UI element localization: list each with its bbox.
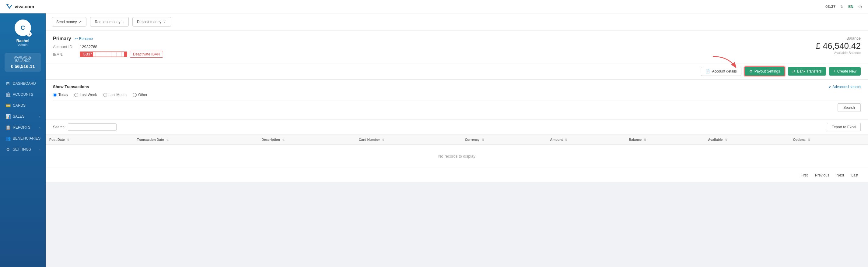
power-icon[interactable]: ⏻ [858,5,862,9]
send-money-label: Send money [56,20,77,24]
sort-icon: ⇅ [565,138,567,141]
sidebar-item-label: DASHBOARD [13,81,36,86]
cards-icon: 💳 [5,103,10,108]
sort-icon: ⇅ [382,138,384,141]
beneficiaries-icon: 👥 [5,136,10,141]
pagination-last-button[interactable]: Last [849,172,861,179]
account-details-button[interactable]: 📄 Account details [701,67,741,76]
filter-today-radio[interactable] [53,93,57,97]
table-search-input[interactable] [68,124,117,131]
sidebar-item-accounts[interactable]: 🏦 ACCOUNTS [0,89,45,100]
col-available[interactable]: Available ⇅ [705,135,789,145]
account-id-value: 12932768 [80,45,97,49]
col-description[interactable]: Description ⇅ [258,135,355,145]
col-post-date[interactable]: Post Date ⇅ [45,135,133,145]
sidebar-item-reports[interactable]: 📋 REPORTS › [0,122,45,133]
no-records-row: No records to display [45,145,868,168]
search-button[interactable]: Search [838,103,861,112]
avatar[interactable]: C ▾ [14,20,31,36]
account-title: Primary [53,36,71,42]
bank-transfers-button[interactable]: ⇄ Bank Transfers [788,67,826,76]
create-new-label: Create New [837,69,857,74]
iban-label: IBAN: [53,52,77,57]
avatar-section: C ▾ Rachel Admin [14,20,31,47]
col-currency[interactable]: Currency ⇅ [461,135,546,145]
iban-row: IBAN: GB37 ████████████ Deactivate IBAN [53,51,861,58]
request-money-button[interactable]: Request money ↓ [90,17,129,27]
filter-lastmonth-radio[interactable] [103,93,107,97]
payout-icon: ⚙ [749,69,753,74]
sort-icon: ⇅ [482,138,484,141]
deposit-money-button[interactable]: Deposit money ✓ [132,17,171,27]
rename-label: Rename [79,36,93,41]
filter-lastweek[interactable]: Last Week [74,93,97,97]
sidebar-balance: AVAILABLE BALANCE £ 56,516.11 [5,53,41,72]
sidebar-item-sales[interactable]: 📊 SALES › [0,111,45,122]
create-new-button[interactable]: + Create New [829,67,861,76]
transactions-table: Post Date ⇅ Transaction Date ⇅ Descripti… [45,135,868,168]
sidebar-item-label: SETTINGS [13,147,31,152]
send-icon: ↗ [79,20,82,24]
refresh-icon[interactable]: ↻ [840,5,843,9]
col-transaction-date[interactable]: Transaction Date ⇅ [133,135,258,145]
available-balance-value: Available Balance [816,51,861,55]
rename-button[interactable]: ✏ Rename [75,36,93,41]
filter-lastmonth[interactable]: Last Month [103,93,127,97]
filter-other-radio[interactable] [133,93,137,97]
deactivate-iban-button[interactable]: Deactivate IBAN [130,51,163,58]
search-row: Search [53,101,861,114]
pagination-previous-button[interactable]: Previous [813,172,832,179]
pagination-row: First Previous Next Last [45,168,868,182]
sort-icon: ⇅ [282,138,285,141]
sidebar-item-settings[interactable]: ⚙ SETTINGS › [0,144,45,155]
export-excel-button[interactable]: Export to Excel [827,123,861,131]
sidebar-item-label: ACCOUNTS [13,92,33,97]
send-money-button[interactable]: Send money ↗ [52,17,87,27]
topbar: viva.com 03:37 ↻ EN ⏻ [0,0,868,14]
clock-time: 03:37 [826,4,835,9]
filter-other[interactable]: Other [133,93,147,97]
table-search-label: Search: [53,125,65,129]
chevron-right-icon: › [39,126,40,129]
avatar-dropdown-icon[interactable]: ▾ [27,32,32,36]
col-balance[interactable]: Balance ⇅ [625,135,705,145]
table-section: Search: Export to Excel Post Date ⇅ Tran… [45,120,868,168]
payout-settings-button[interactable]: ⚙ Payout Settings [744,66,785,76]
language-selector[interactable]: EN [848,5,854,9]
show-transactions-label: Show Transactions [53,84,89,89]
pagination-next-button[interactable]: Next [834,172,847,179]
filter-today[interactable]: Today [53,93,68,97]
logo: viva.com [6,3,34,10]
bank-transfers-label: Bank Transfers [797,69,822,74]
pagination-first-button[interactable]: First [798,172,810,179]
sidebar-item-cards[interactable]: 💳 CARDS [0,100,45,111]
nav-menu: ⊞ DASHBOARD 🏦 ACCOUNTS 💳 CARDS 📊 SALES ›… [0,78,45,155]
topbar-right: 03:37 ↻ EN ⏻ [826,4,862,9]
account-section: Primary ✏ Rename Account ID: 12932768 IB… [45,30,868,63]
balance-main-value: £ 46,540.42 [816,41,861,51]
user-name: Rachel [17,38,30,43]
filter-lastmonth-label: Last Month [108,93,127,97]
col-amount[interactable]: Amount ⇅ [547,135,625,145]
edit-icon: ✏ [75,36,78,41]
logo-text: viva.com [14,4,34,9]
filter-row: Today Last Week Last Month Other [53,93,861,97]
table-toolbar: Search: Export to Excel [45,120,868,135]
chevron-right-icon: › [39,115,40,118]
request-icon: ↓ [122,20,124,24]
col-card-number[interactable]: Card Number ⇅ [355,135,461,145]
dashboard-icon: ⊞ [5,81,10,86]
payout-settings-label: Payout Settings [754,69,780,74]
layout: C ▾ Rachel Admin AVAILABLE BALANCE £ 56,… [0,14,868,267]
col-options[interactable]: Options ⇅ [789,135,868,145]
chevron-right-icon: › [39,148,40,151]
sort-icon: ⇅ [808,138,810,141]
sidebar-item-dashboard[interactable]: ⊞ DASHBOARD [0,78,45,89]
account-details-label: Account details [712,69,737,74]
advanced-search-toggle[interactable]: ∨ Advanced search [829,85,861,89]
action-bar: Send money ↗ Request money ↓ Deposit mon… [45,14,868,30]
sidebar-item-beneficiaries[interactable]: 👥 BENEFICIARIES [0,133,45,144]
balance-label: AVAILABLE BALANCE [9,56,37,62]
filter-lastweek-radio[interactable] [74,93,78,97]
user-role: Admin [18,43,27,47]
